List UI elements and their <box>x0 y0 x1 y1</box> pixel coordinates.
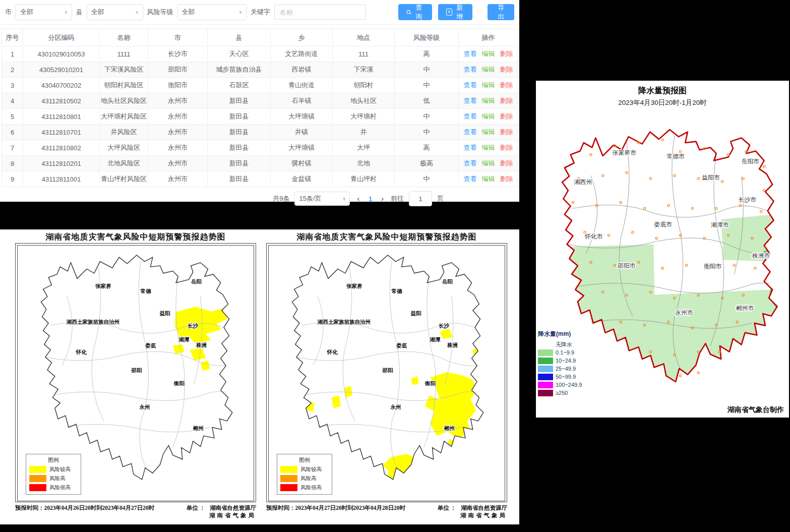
search-button[interactable]: 查询 <box>398 4 432 20</box>
map-city-label: 衡阳市 <box>704 263 722 270</box>
keyword-filter-label: 关键字 <box>251 8 270 17</box>
column-header: 分区编码 <box>23 29 100 46</box>
add-button[interactable]: + 新增 <box>438 4 473 20</box>
map-city-label: 株洲 <box>196 342 207 348</box>
map-city-label: 常德 <box>391 288 402 294</box>
table-row: 843112810201北地风险区永州市新田县骥村镇北地极高查看编辑删除 <box>2 156 518 171</box>
map-city-label: 邵阳 <box>382 367 393 373</box>
view-link[interactable]: 查看 <box>464 66 477 73</box>
hunan-precip-map: 湘西州张家界市常德市岳阳市益阳市长沙市湘潭市娄底市怀化市株洲市邵阳市衡阳市永州市… <box>549 111 788 413</box>
map-city-label: 益阳 <box>410 310 421 316</box>
edit-link[interactable]: 编辑 <box>482 97 495 104</box>
delete-link[interactable]: 删除 <box>500 128 513 136</box>
trend-maps-panel: 湖南省地质灾害气象风险中短期预警预报趋势图 张家界常德岳阳湘西土家族苗族自治州益… <box>0 229 519 524</box>
chevron-down-icon: ▾ <box>136 9 139 16</box>
view-link[interactable]: 查看 <box>464 97 477 104</box>
map-city-label: 株洲市 <box>752 252 770 259</box>
export-button[interactable]: 导出 <box>488 4 514 20</box>
map-city-label: 常德 <box>140 288 151 294</box>
delete-link[interactable]: 删除 <box>500 112 513 120</box>
trend-map-1-title: 湖南省地质灾害气象风险中短期预警预报趋势图 <box>15 232 256 243</box>
legend-item: 50~99.9 <box>538 373 582 381</box>
map-city-label: 娄底 <box>145 342 156 348</box>
column-header: 操作 <box>459 29 518 46</box>
delete-link[interactable]: 删除 <box>500 50 513 57</box>
legend-swatch <box>538 366 553 372</box>
risk-level-value: 极高 <box>395 156 459 171</box>
city-filter-label: 市 <box>5 8 12 17</box>
map-city-label: 常德市 <box>666 153 685 160</box>
map-city-label: 永州市 <box>675 309 693 316</box>
edit-link[interactable]: 编辑 <box>482 144 495 151</box>
next-page-icon[interactable]: › <box>379 195 386 203</box>
unit-line1-1: 湖南省自然资源厅 <box>210 505 256 511</box>
edit-link[interactable]: 编辑 <box>482 50 495 57</box>
map-city-label: 益阳市 <box>702 174 720 181</box>
legend-swatch <box>538 341 553 348</box>
edit-link[interactable]: 编辑 <box>482 66 495 73</box>
legend-swatch <box>280 466 297 473</box>
legend-swatch <box>538 382 553 388</box>
view-link[interactable]: 查看 <box>464 81 477 89</box>
risk-level-value: 中 <box>395 62 459 78</box>
legend-item: ≥250 <box>538 389 582 397</box>
view-link[interactable]: 查看 <box>464 50 477 57</box>
legend-item: 风险很高 <box>280 484 329 491</box>
table-header-row: 序号分区编码名称市县乡地点风险等级操作 <box>2 29 518 46</box>
delete-link[interactable]: 删除 <box>500 175 513 183</box>
edit-link[interactable]: 编辑 <box>482 128 495 136</box>
table-row: 343040700202朝阳村风险区衡阳市石鼓区青山街道朝阳村中查看编辑删除 <box>2 78 518 93</box>
column-header: 乡 <box>271 29 333 46</box>
edit-link[interactable]: 编辑 <box>482 175 495 183</box>
table-row: 743112810802大坪风险区永州市新田县大坪塘镇大坪高查看编辑删除 <box>2 140 518 156</box>
pagination: 共9条 15条/页 ▾ ‹ 1 › 前往 页 <box>0 191 444 206</box>
trend-map-1-legend: 图例 风险较高风险高风险很高 <box>26 454 81 495</box>
edit-link[interactable]: 编辑 <box>482 112 495 120</box>
delete-link[interactable]: 删除 <box>500 97 513 104</box>
prev-page-icon[interactable]: ‹ <box>355 195 361 203</box>
map-city-label: 岳阳 <box>191 278 202 284</box>
page-size-select[interactable]: 15条/页 ▾ <box>294 192 350 206</box>
risk-level-value: 中 <box>395 171 459 187</box>
delete-link[interactable]: 删除 <box>500 159 513 167</box>
table-row: 643112810701井风险区永州市新田县井镇井中查看编辑删除 <box>2 125 518 140</box>
risk-level-value: 低 <box>395 93 459 109</box>
risk-level-value: 高 <box>395 140 459 156</box>
view-link[interactable]: 查看 <box>464 128 477 136</box>
forecast-time-1: 预报时间：2023年04月26日20时到2023年04月27日20时 <box>15 504 154 519</box>
risk-level-select[interactable]: 全部 ▾ <box>177 4 247 20</box>
precip-legend-title: 降水量(mm) <box>538 330 582 338</box>
view-link[interactable]: 查看 <box>464 159 477 167</box>
unit-line2-1: 湖南省气象局 <box>209 512 256 518</box>
delete-link[interactable]: 删除 <box>500 144 513 151</box>
risk-zone-table: 序号分区编码名称市县乡地点风险等级操作 143010290100531111长沙… <box>2 29 518 187</box>
city-select[interactable]: 全部 ▾ <box>16 4 72 20</box>
map-city-label: 长沙 <box>438 323 450 329</box>
goto-page-input[interactable] <box>409 191 432 206</box>
chevron-down-icon: ▾ <box>65 9 68 16</box>
column-header: 序号 <box>2 29 23 46</box>
keyword-input[interactable] <box>274 5 366 20</box>
map-city-label: 娄底市 <box>654 221 673 228</box>
risk-level-filter-label: 风险等级 <box>147 8 173 17</box>
county-select[interactable]: 全部 ▾ <box>87 4 143 20</box>
legend-item: 10~24.9 <box>538 357 582 365</box>
table-body: 143010290100531111长沙市天心区文艺路街道111高查看编辑删除2… <box>2 46 518 187</box>
legend-item: 100~249.9 <box>538 381 582 389</box>
page-number[interactable]: 1 <box>367 195 374 203</box>
view-link[interactable]: 查看 <box>464 144 477 151</box>
risk-select-value: 全部 <box>182 8 195 17</box>
chevron-down-icon: ▾ <box>343 196 346 202</box>
column-header: 风险等级 <box>395 29 459 46</box>
edit-link[interactable]: 编辑 <box>482 81 495 89</box>
view-link[interactable]: 查看 <box>464 175 477 183</box>
map-city-label: 张家界 <box>95 283 111 289</box>
county-filter-label: 县 <box>76 8 83 17</box>
legend-item: 0.1~9.9 <box>538 348 582 357</box>
delete-link[interactable]: 删除 <box>500 81 513 89</box>
trend-map-2-legend: 图例 风险较高风险高风险很高 <box>277 454 332 495</box>
table-row: 143010290100531111长沙市天心区文艺路街道111高查看编辑删除 <box>2 46 518 62</box>
edit-link[interactable]: 编辑 <box>482 159 495 167</box>
delete-link[interactable]: 删除 <box>500 66 513 73</box>
view-link[interactable]: 查看 <box>464 112 477 120</box>
